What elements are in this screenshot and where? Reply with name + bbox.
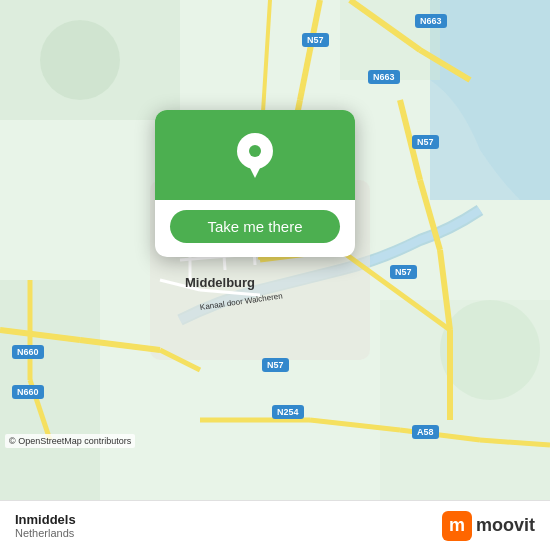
moovit-logo-icon: m [442,511,472,541]
svg-point-7 [440,300,540,400]
popup-green-section [155,110,355,200]
map-pin-inner [249,145,261,157]
route-badge-n57-1: N57 [302,33,329,47]
popup-body: Take me there [155,200,355,257]
route-badge-n57-2: N57 [412,135,439,149]
svg-point-6 [40,20,120,100]
take-me-there-button[interactable]: Take me there [170,210,340,243]
route-badge-n57-4: N57 [262,358,289,372]
map-pin-circle [237,133,273,169]
footer-location-info: Inmiddels Netherlands [15,512,76,539]
moovit-logo: m moovit [442,511,535,541]
route-badge-n663-1: N663 [415,14,447,28]
popup-card: Take me there [155,110,355,257]
route-badge-n660-1: N660 [12,345,44,359]
moovit-logo-text: moovit [476,515,535,536]
route-badge-n57-3: N57 [390,265,417,279]
map-pin [237,133,273,177]
city-label: Middelburg [185,275,255,290]
route-badge-n254: N254 [272,405,304,419]
footer-location-name: Inmiddels [15,512,76,527]
footer-bar: Inmiddels Netherlands m moovit [0,500,550,550]
osm-attribution: © OpenStreetMap contributors [5,434,135,448]
svg-rect-5 [340,0,440,80]
route-badge-n663-2: N663 [368,70,400,84]
map-container: N663 N663 N57 N57 N57 N57 N660 N660 N254… [0,0,550,500]
footer-country-name: Netherlands [15,527,76,539]
route-badge-n660-2: N660 [12,385,44,399]
route-badge-a58: A58 [412,425,439,439]
